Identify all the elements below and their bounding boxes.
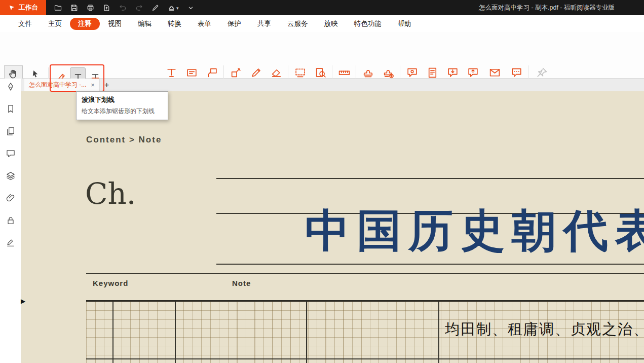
menu-item-13[interactable]: 帮助 bbox=[390, 18, 420, 30]
close-tab-icon[interactable]: × bbox=[91, 82, 95, 88]
sidebar-signatures-button[interactable] bbox=[5, 238, 16, 248]
sidebar-security-button[interactable] bbox=[5, 215, 16, 226]
chevron-down-icon bbox=[186, 4, 195, 12]
sidebar-pages-button[interactable] bbox=[5, 126, 16, 136]
note-column-header: Note bbox=[232, 279, 251, 287]
title-bar: 工作台 ▾ 怎么面对高中学习 - 副本.pdf - 福昕阅读器专业版 bbox=[0, 0, 644, 15]
sidebar-comments-button[interactable] bbox=[5, 149, 16, 159]
menu-item-2[interactable]: 主页 bbox=[40, 18, 70, 30]
pencil-icon bbox=[250, 66, 262, 79]
redo-icon bbox=[135, 4, 143, 12]
stamp-small-icon bbox=[167, 4, 176, 12]
menu-item-10[interactable]: 云服务 bbox=[279, 18, 316, 30]
ruler-icon bbox=[338, 66, 351, 79]
print-icon bbox=[86, 4, 95, 12]
menu-item-1[interactable]: 文件 bbox=[10, 18, 40, 30]
area-highlight-icon bbox=[294, 66, 307, 79]
signature-icon bbox=[6, 238, 16, 248]
textbox-icon bbox=[185, 66, 198, 79]
table-vertical-line bbox=[438, 302, 439, 363]
title-line-1 bbox=[216, 178, 644, 179]
stamp-button[interactable]: ▾ bbox=[167, 4, 179, 12]
draw-icon bbox=[230, 66, 242, 79]
menu-item-5[interactable]: 编辑 bbox=[130, 18, 160, 30]
sidebar-bookmarks-button[interactable] bbox=[5, 104, 16, 114]
header-band-top-line bbox=[86, 273, 644, 274]
comment-settings-icon bbox=[510, 66, 523, 79]
menu-item-7[interactable]: 表单 bbox=[190, 18, 219, 30]
tooltip-wavy-underline: 波浪下划线 给文本添加锯齿形的下划线 bbox=[76, 91, 168, 120]
folder-open-icon bbox=[54, 4, 62, 12]
sidebar-layers-button[interactable] bbox=[5, 171, 16, 181]
undo-icon bbox=[119, 4, 127, 12]
manage-comments-icon bbox=[406, 66, 419, 79]
ribbon-toolbar: 手型工具 选择 ▾ 波浪下划线 给文本添加锯齿形的下划线 打字机文本框注释框绘图… bbox=[0, 32, 644, 79]
foxit-reader-window: 工作台 ▾ 怎么面对高中学习 - 副本.pdf - 福昕阅读器专业版 文件主页注… bbox=[0, 0, 644, 363]
new-tab-button[interactable]: + bbox=[104, 81, 109, 89]
bookmark-icon bbox=[6, 104, 16, 114]
pen-icon bbox=[151, 4, 160, 12]
callout-icon bbox=[206, 66, 218, 79]
pdf-page[interactable]: Content > Note Ch. 中国历史朝代表 Keyword Note … bbox=[21, 91, 644, 363]
handwritten-note-text: 均田制、租庸调、贞观之治、 bbox=[445, 319, 644, 340]
menu-item-11[interactable]: 放映 bbox=[316, 18, 346, 30]
import-icon bbox=[446, 66, 459, 79]
tooltip-description: 给文本添加锯齿形的下划线 bbox=[82, 107, 163, 116]
highlight-pen-button[interactable] bbox=[151, 4, 160, 12]
typewriter-icon bbox=[165, 66, 178, 79]
redo-button bbox=[135, 4, 143, 12]
table-vertical-line bbox=[306, 302, 307, 363]
layers-icon bbox=[6, 171, 16, 181]
tooltip-title: 波浪下划线 bbox=[82, 95, 163, 104]
document-tab-title: 怎么面对高中学习 -... bbox=[29, 81, 86, 89]
caret-down-icon: ▾ bbox=[176, 6, 179, 11]
title-line-3 bbox=[216, 264, 644, 265]
table-horizontal-line bbox=[86, 358, 644, 359]
navigation-sidebar bbox=[0, 79, 21, 363]
cursor-icon bbox=[30, 69, 41, 79]
comment-bubble-icon bbox=[6, 149, 16, 159]
document-tab[interactable]: 怎么面对高中学习 -... × bbox=[24, 79, 100, 91]
menu-item-6[interactable]: 转换 bbox=[160, 18, 190, 30]
pen-nib-icon bbox=[6, 82, 16, 92]
panel-expand-arrow-icon[interactable]: ▶ bbox=[21, 298, 25, 305]
save-icon bbox=[70, 4, 79, 12]
export-comments-icon bbox=[467, 66, 479, 79]
page-breadcrumb: Content > Note bbox=[86, 135, 162, 145]
page-title: 中国历史朝代表 bbox=[305, 208, 644, 252]
table-vertical-line bbox=[175, 302, 176, 363]
menu-bar: 文件主页注释视图编辑转换表单保护共享云服务放映特色功能帮助 bbox=[0, 15, 644, 32]
menu-item-4[interactable]: 视图 bbox=[100, 18, 130, 30]
lock-icon bbox=[6, 215, 16, 226]
workspace-logo-button[interactable]: 工作台 bbox=[0, 0, 46, 15]
open-button[interactable] bbox=[54, 4, 62, 12]
menu-item-9[interactable]: 共享 bbox=[249, 18, 279, 30]
sidebar-attachments-button[interactable] bbox=[5, 193, 16, 203]
foxit-logo-icon bbox=[8, 4, 16, 12]
workspace-label: 工作台 bbox=[19, 3, 39, 12]
menu-item-12[interactable]: 特色功能 bbox=[346, 18, 390, 30]
pushpin-icon bbox=[536, 66, 548, 79]
eraser-icon bbox=[270, 66, 283, 79]
document-tab-bar: 怎么面对高中学习 -... × + bbox=[21, 79, 644, 91]
sidebar-annotate-panel-button[interactable] bbox=[5, 82, 16, 92]
customize-toolbar-button[interactable] bbox=[186, 4, 195, 12]
table-vertical-line bbox=[112, 302, 113, 363]
save-button[interactable] bbox=[70, 4, 79, 12]
search-highlight-icon bbox=[314, 66, 327, 79]
undo-button bbox=[119, 4, 127, 12]
chapter-label: Ch. bbox=[85, 176, 136, 211]
create-icon bbox=[382, 66, 395, 79]
print-button[interactable] bbox=[86, 4, 95, 12]
window-title: 怎么面对高中学习 - 副本.pdf - 福昕阅读器专业版 bbox=[479, 4, 615, 12]
keyword-column-header: Keyword bbox=[93, 279, 128, 287]
menu-item-3[interactable]: 注释 bbox=[70, 18, 100, 30]
summary-comments-icon bbox=[426, 66, 439, 79]
pages-icon bbox=[6, 126, 16, 136]
menu-item-8[interactable]: 保护 bbox=[219, 18, 249, 30]
paperclip-icon bbox=[6, 193, 16, 203]
quick-access-toolbar: ▾ bbox=[54, 4, 195, 12]
mail-fdf-icon bbox=[488, 66, 501, 79]
export-button[interactable] bbox=[102, 4, 111, 12]
export-icon bbox=[102, 4, 111, 12]
